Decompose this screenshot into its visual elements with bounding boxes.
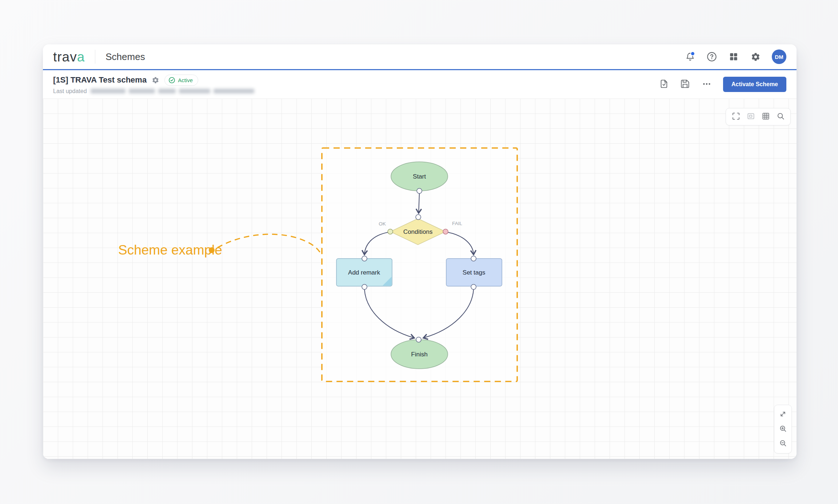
apps-grid-icon [729,52,738,61]
port-add-remark-top[interactable] [362,256,367,261]
page-title: Schemes [105,51,145,63]
fit-view-button[interactable] [731,112,740,121]
node-start-label: Start [413,173,426,180]
node-add-remark[interactable]: Add remark [336,259,392,286]
flowchart-svg: Scheme example Start [43,99,797,459]
zoom-in-icon [779,425,787,434]
expand-icon [779,410,787,419]
check-circle-icon [168,77,175,84]
grid-toggle-button[interactable] [761,112,770,121]
annotation-label[interactable]: Scheme example [118,243,222,257]
scheme-settings-gear-icon[interactable] [152,76,159,84]
port-add-remark-bottom[interactable] [362,284,367,289]
redacted-timestamp [91,89,254,93]
scheme-info: [1S] TRAVA Test schema A [53,75,254,95]
port-conditions-top[interactable] [416,215,421,220]
help-icon [707,52,717,62]
validate-scheme-button[interactable] [659,79,669,89]
search-icon [777,112,785,121]
port-conditions-ok[interactable] [388,229,393,234]
status-label: Active [178,77,193,83]
user-avatar[interactable]: DM [772,49,786,64]
minimap-icon [747,112,755,121]
port-finish-top[interactable] [416,337,421,342]
zoom-out-icon [779,439,787,448]
fit-view-icon [732,112,740,121]
ellipsis-icon [702,79,711,90]
header-divider [95,50,95,64]
node-start[interactable]: Start [391,162,448,191]
apps-button[interactable] [728,51,739,62]
zoom-panel [774,405,792,453]
node-finish-label: Finish [411,351,427,358]
expand-button[interactable] [779,410,787,419]
zoom-in-button[interactable] [779,425,787,433]
desktop-background: trava Schemes [0,0,838,504]
scheme-canvas[interactable]: Scheme example Start [43,99,797,459]
annotation-connector [218,234,322,255]
save-floppy-icon [680,79,690,90]
port-set-tags-top[interactable] [471,256,476,261]
gear-icon [751,52,761,62]
header-actions: DM [685,49,786,64]
scheme-actions: Activate Scheme [659,77,786,92]
app-window: trava Schemes [43,44,797,459]
top-header: trava Schemes [43,44,797,70]
canvas-search-button[interactable] [776,112,785,121]
settings-button[interactable] [750,51,761,62]
branch-ok-label: OK [379,221,386,227]
annotation-dot [209,247,215,253]
activate-scheme-button[interactable]: Activate Scheme [723,77,786,92]
trava-logo[interactable]: trava [53,50,85,64]
save-scheme-button[interactable] [680,79,690,89]
port-start-bottom[interactable] [417,188,422,193]
logo-accent: a [77,49,85,64]
port-set-tags-bottom[interactable] [471,284,476,289]
status-badge: Active [164,75,198,86]
notification-dot [690,51,695,56]
node-add-remark-label: Add remark [348,269,380,276]
scheme-bar: [1S] TRAVA Test schema A [43,70,797,99]
canvas-toolbar [726,108,791,125]
branch-fail-label: FAIL [452,221,462,226]
node-finish[interactable]: Finish [391,340,448,369]
node-set-tags-label: Set tags [463,269,485,276]
last-updated-label: Last updated [53,88,87,95]
document-check-icon [659,79,669,90]
node-conditions-label: Conditions [403,228,432,235]
more-options-button[interactable] [701,79,712,89]
node-set-tags[interactable]: Set tags [446,259,502,286]
logo-text: trav [53,49,77,64]
scheme-title: [1S] TRAVA Test schema [53,75,147,85]
port-conditions-fail[interactable] [443,229,448,234]
help-button[interactable] [706,51,717,62]
zoom-out-button[interactable] [779,439,787,448]
notifications-button[interactable] [685,51,695,62]
minimap-button[interactable] [746,112,755,121]
last-updated-row: Last updated [53,88,254,95]
grid-icon [762,112,770,121]
